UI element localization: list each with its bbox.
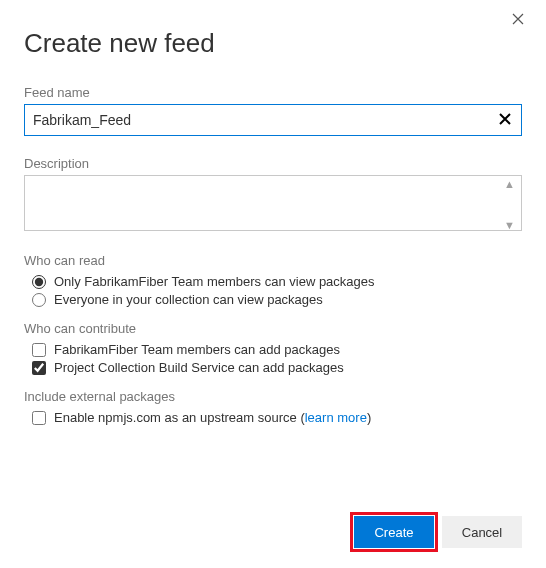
close-button[interactable] [508, 10, 528, 29]
description-label: Description [24, 156, 522, 171]
clear-icon [498, 112, 512, 126]
external-packages-label: Include external packages [24, 389, 522, 404]
read-radio-team[interactable] [32, 275, 46, 289]
description-textarea[interactable] [24, 175, 522, 231]
create-button[interactable]: Create [354, 516, 434, 548]
contribute-option-build[interactable]: Project Collection Build Service can add… [32, 360, 522, 375]
read-option-team-label: Only FabrikamFiber Team members can view… [54, 274, 375, 289]
learn-more-link[interactable]: learn more [305, 410, 367, 425]
cancel-button[interactable]: Cancel [442, 516, 522, 548]
close-icon [512, 13, 524, 25]
dialog-footer: Create Cancel [354, 516, 522, 548]
contribute-option-team-label: FabrikamFiber Team members can add packa… [54, 342, 340, 357]
contribute-checkbox-team[interactable] [32, 343, 46, 357]
panel-title: Create new feed [24, 28, 522, 59]
read-option-everyone-label: Everyone in your collection can view pac… [54, 292, 323, 307]
read-option-team[interactable]: Only FabrikamFiber Team members can view… [32, 274, 522, 289]
contribute-checkbox-build[interactable] [32, 361, 46, 375]
external-option-npmjs[interactable]: Enable npmjs.com as an upstream source (… [32, 410, 522, 425]
clear-feed-name-button[interactable] [494, 111, 516, 129]
create-feed-panel: Create new feed Feed name Description ▲ … [0, 0, 546, 425]
contribute-option-build-label: Project Collection Build Service can add… [54, 360, 344, 375]
who-can-read-label: Who can read [24, 253, 522, 268]
feed-name-label: Feed name [24, 85, 522, 100]
contribute-option-team[interactable]: FabrikamFiber Team members can add packa… [32, 342, 522, 357]
who-can-contribute-label: Who can contribute [24, 321, 522, 336]
read-radio-everyone[interactable] [32, 293, 46, 307]
external-option-npmjs-label: Enable npmjs.com as an upstream source (… [54, 410, 371, 425]
feed-name-input[interactable] [24, 104, 522, 136]
read-option-everyone[interactable]: Everyone in your collection can view pac… [32, 292, 522, 307]
external-checkbox-npmjs[interactable] [32, 411, 46, 425]
